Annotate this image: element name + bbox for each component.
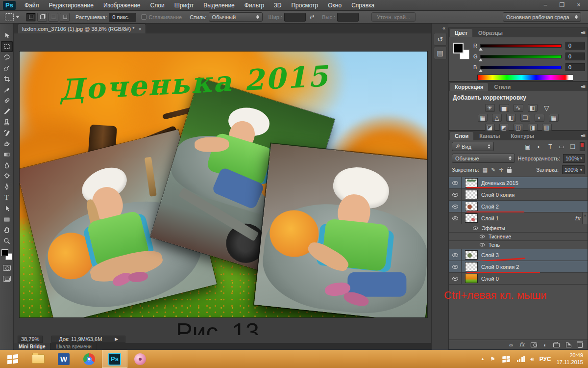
brightness-contrast-icon[interactable]: ☀ [485, 104, 495, 112]
network-signal-icon[interactable] [517, 356, 525, 362]
feather-input[interactable]: 0 пикс. [109, 13, 136, 22]
menu-3d[interactable]: 3D [269, 2, 286, 9]
action-center-flag-icon[interactable]: ⚑ [490, 356, 495, 363]
layer-thumbnail[interactable] [465, 178, 478, 187]
panel-menu-icon[interactable]: ▾≡ [581, 133, 585, 138]
filter-smart-objects-icon[interactable]: ❏ [568, 143, 577, 150]
color-swatch-pair[interactable] [453, 43, 469, 59]
selection-subtract-button[interactable] [49, 13, 58, 22]
eye-icon[interactable] [480, 235, 485, 238]
foreground-color-swatch[interactable] [453, 43, 464, 53]
language-indicator[interactable]: РУС [539, 356, 551, 363]
paint-button[interactable] [127, 350, 153, 368]
layer-row-dochenka-2015[interactable]: Доченька 2015 [449, 177, 588, 189]
menu-view[interactable]: Просмотр [286, 2, 323, 9]
refine-edge-button[interactable]: Уточн. край... [371, 12, 416, 22]
eye-icon[interactable] [480, 243, 485, 247]
red-value-field[interactable]: 0 [565, 42, 585, 50]
expand-panels-icon[interactable]: « [432, 24, 448, 32]
menu-layers[interactable]: Слои [146, 2, 170, 9]
tab-close-icon[interactable]: × [138, 26, 141, 32]
menu-help[interactable]: Справка [346, 2, 379, 9]
status-flyout-arrow-icon[interactable]: ▶ [115, 337, 118, 342]
quick-mask-button[interactable] [3, 265, 11, 271]
selection-add-button[interactable] [37, 13, 47, 22]
workspace-dropdown[interactable]: Основная рабочая среда [503, 12, 581, 22]
add-mask-icon[interactable] [531, 342, 537, 347]
width-input[interactable] [284, 13, 306, 22]
layer-effect-bevel-row[interactable]: Тиснение [449, 233, 588, 241]
eyedropper-tool[interactable] [1, 84, 13, 95]
tab-styles[interactable]: Стили [489, 83, 515, 91]
filter-pixel-layers-icon[interactable]: ▣ [523, 143, 532, 150]
word-button[interactable]: W [51, 350, 76, 368]
height-input[interactable] [337, 13, 359, 22]
canvas[interactable]: Доченька 2015 [20, 52, 427, 317]
selection-intersect-button[interactable] [60, 13, 70, 22]
swap-dimensions-icon[interactable]: ⇄ [310, 14, 314, 20]
eye-icon[interactable] [473, 227, 478, 230]
windows-tray-icon[interactable] [502, 355, 510, 362]
color-lookup-icon[interactable]: ▦ [549, 114, 559, 122]
gradient-tool[interactable] [1, 149, 13, 160]
layer-name[interactable]: Слой 0 [481, 276, 499, 282]
new-layer-icon[interactable] [566, 342, 571, 347]
lock-all-icon[interactable] [507, 169, 512, 173]
photo-filter-icon[interactable]: ❏ [520, 114, 530, 122]
levels-icon[interactable]: ▅ [499, 104, 509, 112]
hand-tool[interactable] [1, 225, 13, 236]
layer-name[interactable]: Слой 2 [481, 204, 499, 210]
layer-row-sloy-3[interactable]: Слой 3 [449, 249, 588, 261]
clock[interactable]: 20:49 17.11.2015 [557, 352, 583, 366]
shape-tool[interactable] [1, 214, 13, 225]
layers-scrollbar[interactable]: ▲ [582, 212, 588, 224]
photo-right[interactable] [254, 144, 427, 317]
document-tab[interactable]: luxfon.com_37106 (1).jpg @ 38,8% (RGB/8#… [18, 24, 146, 33]
menu-image[interactable]: Изображение [98, 2, 146, 9]
green-value-field[interactable]: 0 [565, 53, 585, 60]
new-group-icon[interactable] [553, 343, 560, 347]
layer-thumbnail[interactable] [465, 202, 478, 211]
menu-file[interactable]: Файл [20, 2, 44, 9]
effects-label[interactable]: Эффекты [482, 225, 505, 231]
foreground-background-swatches[interactable] [1, 249, 12, 260]
mini-bridge-tab[interactable]: Mini Bridge [14, 343, 50, 350]
type-tool[interactable]: T [1, 192, 13, 203]
volume-icon[interactable]: 🔊︎ [530, 356, 534, 363]
layer-style-icon[interactable]: fx [519, 342, 524, 348]
blue-value-field[interactable]: 0 [565, 63, 585, 71]
layer-effect-shadow-row[interactable]: Тень [449, 241, 588, 249]
menu-window[interactable]: Окно [323, 2, 346, 9]
tab-adjustments[interactable]: Коррекция [450, 83, 488, 91]
exposure-icon[interactable]: ◧ [528, 104, 538, 112]
tab-color[interactable]: Цвет [450, 29, 472, 37]
menu-edit[interactable]: Редактирование [44, 2, 98, 9]
effect-name[interactable]: Тень [489, 242, 500, 248]
lock-pixels-icon[interactable]: ✎ [491, 167, 495, 173]
crop-tool[interactable] [1, 74, 13, 84]
visibility-toggle[interactable] [449, 201, 462, 212]
visibility-toggle[interactable] [449, 189, 462, 200]
close-button[interactable]: × [570, 0, 587, 10]
panel-menu-icon[interactable]: ▾≡ [581, 84, 585, 89]
history-panel-icon[interactable]: ↺ [434, 33, 447, 46]
layer-thumbnail[interactable] [465, 250, 478, 260]
fill-field[interactable]: 100% ▾ [562, 165, 585, 174]
panel-menu-icon[interactable]: ▾≡ [581, 30, 585, 35]
layer-row-sloy-2[interactable]: Слой 2 [449, 201, 588, 212]
tray-expand-icon[interactable]: ▲ [481, 357, 485, 361]
effect-name[interactable]: Тиснение [489, 234, 511, 239]
layer-row-sloy-0-kopiya-2[interactable]: Слой 0 копия 2 [449, 261, 588, 273]
menu-type[interactable]: Шрифт [170, 2, 198, 9]
visibility-toggle[interactable] [449, 261, 462, 272]
black-white-icon[interactable]: ◧ [506, 114, 516, 122]
blur-tool[interactable] [1, 160, 13, 171]
zoom-level-field[interactable]: 38,79% [18, 336, 43, 343]
stepper-arrow-icon[interactable]: ▾ [580, 156, 582, 160]
minimize-button[interactable]: – [537, 0, 554, 10]
lasso-tool[interactable] [1, 52, 13, 63]
visibility-toggle[interactable] [449, 273, 462, 284]
curves-icon[interactable]: ∿ [514, 104, 523, 112]
clone-stamp-tool[interactable] [1, 117, 13, 128]
antialias-checkbox[interactable] [141, 14, 147, 20]
